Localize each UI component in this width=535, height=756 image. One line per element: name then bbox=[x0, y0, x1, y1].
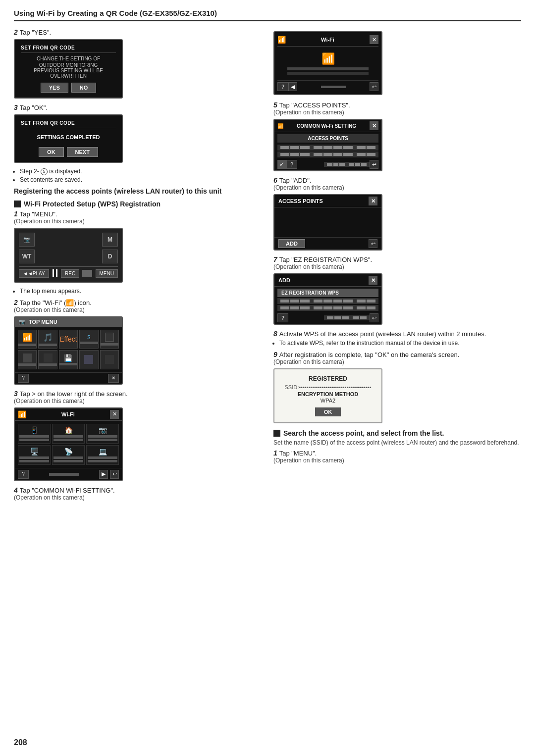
top-menu-item-3: Effect bbox=[59, 330, 78, 349]
ap-list-item-1 bbox=[277, 145, 378, 151]
wifi-big-signal-icon: 📶 bbox=[277, 36, 286, 44]
add-button[interactable]: ADD bbox=[278, 239, 305, 248]
step-8-text: Activate WPS of the access point (wirele… bbox=[279, 330, 486, 338]
wifi-close-btn[interactable]: ✕ bbox=[110, 410, 119, 419]
wifi-big-return-btn[interactable]: ↩ bbox=[370, 82, 378, 91]
add-screen: ADD ✕ EZ REGISTRATION WPS bbox=[273, 273, 382, 325]
step-8-bullet: To activate WPS, refer to the instructio… bbox=[279, 340, 521, 347]
common-wifi-close[interactable]: ✕ bbox=[370, 121, 378, 130]
ok-button[interactable]: OK bbox=[39, 147, 64, 157]
qr-icon-area: 📶 bbox=[277, 49, 378, 80]
wifi-big-close[interactable]: ✕ bbox=[370, 35, 378, 44]
menu-bullet: The top menu appears. bbox=[20, 288, 262, 295]
top-menu-item-10 bbox=[100, 350, 119, 369]
access-back-btn[interactable]: ↩ bbox=[369, 239, 377, 248]
add-close-btn[interactable]: ✕ bbox=[369, 276, 377, 285]
step-9: 9 After registration is complete, tap "O… bbox=[273, 351, 521, 365]
wifi-item-5: 📡 bbox=[52, 445, 85, 465]
step-7-subtext: (Operation on this camera) bbox=[273, 263, 521, 270]
right-column: 📶 Wi-Fi ✕ 📶 ? ◀ ↩ bbox=[273, 28, 521, 502]
step-7: 7 Tap "EZ REGISTRATION WPS". (Operation … bbox=[273, 255, 521, 270]
search-desc: Set the name (SSID) of the access point … bbox=[273, 439, 521, 446]
question-btn[interactable]: ? bbox=[18, 374, 29, 383]
add-back-btn[interactable]: ↩ bbox=[370, 313, 378, 322]
step-6-num: 6 bbox=[273, 176, 277, 184]
wifi-item-4: 🖥️ bbox=[18, 445, 51, 465]
common-wifi-footer: ✓ ? ↩ bbox=[274, 158, 381, 170]
rec-button[interactable]: REC bbox=[61, 269, 79, 278]
wifi-big-icon: 📶 bbox=[321, 52, 335, 65]
yes-button[interactable]: YES bbox=[41, 83, 68, 93]
top-menu-item-9 bbox=[79, 350, 98, 369]
step-5-text: Tap "ACCESS POINTS". bbox=[279, 101, 350, 109]
menu-button[interactable]: MENU bbox=[96, 269, 118, 278]
check-icon[interactable]: ✓ bbox=[277, 160, 286, 169]
wifi-back-btn[interactable]: ↩ bbox=[110, 470, 119, 479]
search-step-1: 1 Tap "MENU". (Operation on this camera) bbox=[273, 449, 521, 464]
step-9-text: After registration is complete, tap "OK"… bbox=[279, 351, 460, 358]
wifi-screen-header: 📶 Wi-Fi ✕ bbox=[15, 408, 122, 421]
top-menu-grid: 📶 🎵 Effect $ bbox=[15, 327, 122, 372]
wps-step-2-num: 2 bbox=[14, 299, 18, 306]
qr-set-btn-row: YES NO bbox=[21, 83, 116, 93]
qr-set-body3: PREVIOUS SETTING WILL BE bbox=[21, 68, 116, 73]
wifi-item-2: 🏠 bbox=[52, 424, 85, 444]
search-step-1-text: Tap "MENU". bbox=[279, 450, 317, 457]
camera-icon-small: 📷 bbox=[19, 319, 26, 325]
wifi-big-screen: 📶 Wi-Fi ✕ 📶 ? ◀ ↩ bbox=[273, 31, 382, 95]
step-5-subtext: (Operation on this camera) bbox=[273, 109, 521, 116]
search-heading: Search the access point, and select from… bbox=[273, 429, 521, 437]
wps-step-4-text: Tap "COMMON Wi-Fi SETTING". bbox=[20, 487, 115, 494]
wifi-bar-2 bbox=[287, 72, 368, 75]
play-button[interactable]: ◄◄PLAY bbox=[19, 269, 49, 278]
settings-screen: SET FROM QR CODE SETTINGS COMPLETED OK N… bbox=[14, 114, 123, 163]
common-wifi-header: 📶 COMMON Wi-Fi SETTING ✕ bbox=[274, 120, 381, 132]
common-wifi-back-btn[interactable]: ↩ bbox=[370, 160, 378, 169]
wifi-label: Wi-Fi bbox=[61, 411, 75, 417]
access-screen-footer: ADD ↩ bbox=[274, 237, 381, 250]
wps-step-3-text: Tap > on the lower right of the screen. bbox=[20, 390, 128, 398]
page-title: Using Wi-Fi by Creating a QR Code (GZ-EX… bbox=[14, 9, 521, 21]
access-screen-body bbox=[274, 207, 381, 237]
access-close-btn[interactable]: ✕ bbox=[369, 197, 377, 205]
qr-set-body2: OUTDOOR MONITORING bbox=[21, 62, 116, 68]
wifi-big-back-btn[interactable]: ◀ bbox=[288, 82, 297, 91]
top-menu-item-2: 🎵 bbox=[38, 330, 57, 349]
top-menu-footer: ? ✕ bbox=[15, 372, 122, 384]
wifi-question-btn[interactable]: ? bbox=[18, 470, 29, 479]
wifi-icon: 📶 bbox=[22, 333, 32, 342]
common-wifi-question-btn[interactable]: ? bbox=[286, 160, 297, 169]
enc-label: ENCRYPTION METHOD bbox=[282, 391, 374, 397]
no-button[interactable]: NO bbox=[71, 83, 97, 93]
wifi-icon-grid: 📱 🏠 📷 🖥️ bbox=[15, 421, 122, 468]
wps-step-3-subtext: (Operation on this camera) bbox=[14, 398, 262, 404]
wifi-signal-icon: 📶 bbox=[18, 410, 26, 418]
common-wifi-signal-icon: 📶 bbox=[277, 123, 283, 129]
add-list-item-2 bbox=[277, 305, 378, 311]
wps-step-4-subtext: (Operation on this camera) bbox=[14, 494, 262, 501]
wifi-item-1: 📱 bbox=[18, 424, 51, 444]
step-9-num: 9 bbox=[273, 351, 277, 358]
wifi-item-6: 💻 bbox=[86, 445, 119, 465]
step-3-text: Tap "OK". bbox=[20, 104, 48, 111]
m-icon: M bbox=[102, 233, 118, 247]
top-menu-bar: 📷 TOP MENU bbox=[15, 317, 122, 327]
registered-screen: REGISTERED SSID:••••••••••••••••••••••••… bbox=[273, 368, 382, 423]
step-6-subtext: (Operation on this camera) bbox=[273, 184, 521, 191]
step-7-text: Tap "EZ REGISTRATION WPS". bbox=[279, 256, 372, 263]
access-points-label: ACCESS POINTS bbox=[277, 134, 378, 143]
step-9-subtext: (Operation on this camera) bbox=[273, 358, 521, 365]
qr-set-title: SET FROM QR CODE bbox=[21, 45, 116, 50]
close-btn[interactable]: ✕ bbox=[108, 374, 119, 383]
step-6-text: Tap "ADD". bbox=[279, 177, 312, 184]
wifi-right-btn[interactable]: ▶ bbox=[99, 470, 108, 479]
registered-ok-button[interactable]: OK bbox=[315, 407, 341, 416]
qr-set-screen: SET FROM QR CODE CHANGE THE SETTING OF O… bbox=[14, 39, 123, 99]
bullet-2: Set contents are saved. bbox=[20, 176, 262, 183]
common-wifi-title: COMMON Wi-Fi SETTING bbox=[297, 123, 356, 129]
add-question-btn[interactable]: ? bbox=[277, 313, 288, 322]
ssid-text: SSID:•••••••••••••••••••••••••••••••••••… bbox=[282, 384, 374, 390]
ez-reg-item: EZ REGISTRATION WPS bbox=[277, 289, 378, 297]
next-button[interactable]: NEXT bbox=[67, 147, 98, 157]
wifi-big-question-btn[interactable]: ? bbox=[277, 82, 288, 91]
